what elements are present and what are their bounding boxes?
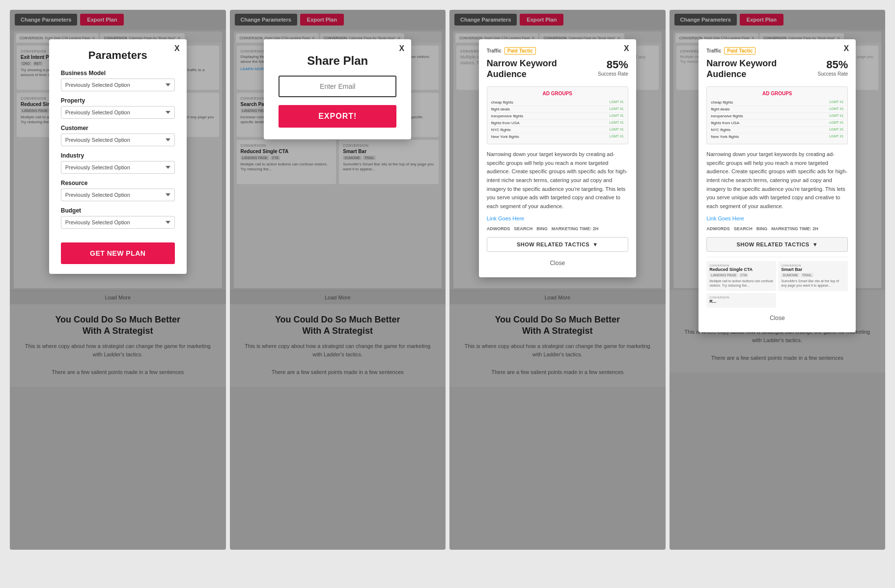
param-select-budget[interactable]: Previously Selected Option	[61, 216, 175, 229]
tactic-tag-paid: Paid Tactic	[504, 47, 536, 54]
ad-group-name: New York flights	[711, 134, 739, 139]
ad-group-row: cheap flights LGMT #1	[711, 99, 843, 106]
chevron-down-icon-4: ▼	[812, 241, 818, 247]
ad-group-stat: LGMT #1	[610, 107, 624, 111]
tactic-tag-traffic: Traffic	[487, 48, 502, 53]
param-label-budget: Budget	[61, 207, 175, 214]
mini-card-tags: SUMOME TRAIL	[781, 273, 845, 277]
chevron-down-icon: ▼	[592, 241, 598, 247]
modal-overlay-3: X Traffic Paid Tactic Narrow Keyword Aud…	[449, 10, 666, 550]
ad-group-stat: LGMT #1	[610, 134, 624, 139]
close-tactic-button[interactable]: Close	[487, 257, 628, 269]
tactic-modal-close-button[interactable]: X	[624, 44, 629, 53]
meta-tag-marketing-time-4: MARKETING TIME: 2H	[771, 226, 818, 231]
mini-card-title: R...	[709, 299, 773, 304]
mini-card-tag: LANDING PAGE	[709, 273, 738, 277]
related-card-3[interactable]: CONVERSION R...	[706, 293, 776, 308]
ad-group-name: NYC flights	[491, 128, 511, 132]
related-cards-mini: CONVERSION Reduced Single CTA LANDING PA…	[706, 261, 848, 307]
tactic-link[interactable]: Link Goes Here	[487, 215, 628, 221]
panel-2: Change Parameters Export Plan CONVERSION…	[230, 10, 446, 550]
panels-container: Change Parameters Export Plan CONVERSION…	[5, 5, 890, 555]
export-share-button[interactable]: EXPORT!	[279, 105, 396, 128]
success-label-4: Success Rate	[818, 71, 848, 77]
modal-overlay-1: X Parameters Business Model Previously S…	[10, 10, 226, 550]
ad-group-name: flight deals	[711, 107, 729, 111]
tactic-detail-modal: X Traffic Paid Tactic Narrow Keyword Aud…	[479, 39, 636, 277]
param-select-business[interactable]: Previously Selected Option	[61, 79, 175, 91]
ad-group-stat: LGMT #1	[610, 128, 624, 132]
tactic-modal-close-button-4[interactable]: X	[844, 44, 849, 53]
mini-card-desc: Multiple call to action buttons can conf…	[709, 279, 773, 288]
success-pct-4: 85%	[818, 58, 848, 71]
ad-groups-title-4: AD GROUPS	[711, 91, 843, 96]
ad-groups-title: AD GROUPS	[491, 91, 624, 96]
ad-group-name: cheap flights	[491, 100, 513, 105]
ad-group-row: cheap flights LGMT #1	[491, 99, 624, 106]
ad-groups-box: AD GROUPS cheap flights LGMT #1 flight d…	[487, 86, 628, 144]
param-label-property: Property	[61, 97, 175, 104]
related-card-1[interactable]: CONVERSION Reduced Single CTA LANDING PA…	[706, 261, 776, 291]
mini-card-desc: SumoMe's Smart Bar sits at the top of an…	[781, 279, 845, 288]
ad-group-name: flights from USA	[711, 121, 739, 125]
meta-tag-bing-4: BING	[756, 226, 768, 231]
modal-overlay-4: X Traffic Paid Tactic Narrow Keyword Aud…	[670, 10, 886, 550]
meta-tag-search: SEARCH	[514, 226, 532, 231]
meta-tag-adwords-4: ADWORDS	[706, 226, 730, 231]
show-related-tactics-label: SHOW RELATED TACTICS	[517, 241, 589, 247]
share-modal: X Share Plan EXPORT!	[264, 39, 411, 139]
param-group-industry: Industry Previously Selected Option	[61, 152, 175, 174]
ad-group-stat: LGMT #1	[610, 114, 624, 118]
param-label-business: Business Model	[61, 70, 175, 77]
tactic-desc-4: Narrowing down your target keywords by c…	[706, 150, 848, 211]
tactic-link-4[interactable]: Link Goes Here	[706, 215, 848, 221]
ad-group-row: flight deals LGMT #1	[711, 106, 843, 113]
param-select-property[interactable]: Previously Selected Option	[61, 106, 175, 119]
related-card-2[interactable]: CONVERSION Smart Bar SUMOME TRAIL SumoMe…	[778, 261, 848, 291]
mini-card-tags: LANDING PAGE CTA	[709, 273, 773, 277]
ad-group-row: inexpensive flights LGMT #1	[491, 113, 624, 120]
success-rate-block-4: 85% Success Rate	[818, 58, 848, 77]
share-modal-title: Share Plan	[279, 54, 396, 68]
ad-group-name: inexpensive flights	[711, 114, 743, 118]
ad-group-stat: LGMT #1	[829, 100, 843, 105]
modal-title: Parameters	[61, 49, 175, 62]
get-new-plan-button[interactable]: GET NEW PLAN	[61, 242, 175, 264]
success-label: Success Rate	[598, 71, 628, 77]
ad-group-name: New York flights	[491, 134, 519, 139]
param-select-resource[interactable]: Previously Selected Option	[61, 188, 175, 201]
show-related-tactics-label-4: SHOW RELATED TACTICS	[736, 241, 809, 247]
ad-group-row: flights from USA LGMT #1	[711, 120, 843, 127]
meta-tag-marketing-time: MARKETING TIME: 2H	[552, 226, 599, 231]
tactic-modal-title: Narrow Keyword Audience	[487, 58, 585, 80]
tactic-desc: Narrowing down your target keywords by c…	[487, 150, 628, 211]
ad-group-stat: LGMT #1	[829, 121, 843, 125]
panel-4: Change Parameters Export Plan CONVERSION…	[670, 10, 886, 550]
show-related-tactics-button[interactable]: SHOW RELATED TACTICS ▼	[487, 237, 628, 252]
tactic-tag-paid-4: Paid Tactic	[724, 47, 755, 54]
email-input[interactable]	[279, 76, 396, 97]
param-group-resource: Resource Previously Selected Option	[61, 180, 175, 201]
ad-group-row: NYC flights LGMT #1	[711, 127, 843, 134]
ad-group-name: cheap flights	[711, 100, 733, 105]
tactic-detail-modal-expanded: X Traffic Paid Tactic Narrow Keyword Aud…	[699, 39, 856, 332]
param-label-customer: Customer	[61, 125, 175, 132]
ad-group-stat: LGMT #1	[829, 128, 843, 132]
success-rate-block: 85% Success Rate	[598, 58, 628, 77]
mini-card-title: Smart Bar	[781, 267, 845, 272]
related-tactics-section: CONVERSION Reduced Single CTA LANDING PA…	[706, 257, 848, 307]
ad-group-row: flight deals LGMT #1	[491, 106, 624, 113]
param-group-budget: Budget Previously Selected Option	[61, 207, 175, 229]
param-select-customer[interactable]: Previously Selected Option	[61, 134, 175, 146]
mini-card-tag: SUMOME	[781, 273, 800, 277]
ad-group-name: inexpensive flights	[491, 114, 523, 118]
modal-close-button[interactable]: X	[174, 44, 180, 53]
show-related-tactics-button-4[interactable]: SHOW RELATED TACTICS ▼	[706, 237, 848, 252]
ad-group-row: New York flights LGMT #1	[491, 134, 624, 140]
share-modal-close-button[interactable]: X	[399, 44, 405, 53]
ad-group-row: flights from USA LGMT #1	[491, 120, 624, 127]
close-tactic-button-4[interactable]: Close	[706, 312, 848, 324]
ad-group-name: flight deals	[491, 107, 510, 111]
param-select-industry[interactable]: Previously Selected Option	[61, 161, 175, 174]
ad-group-row: New York flights LGMT #1	[711, 134, 843, 140]
